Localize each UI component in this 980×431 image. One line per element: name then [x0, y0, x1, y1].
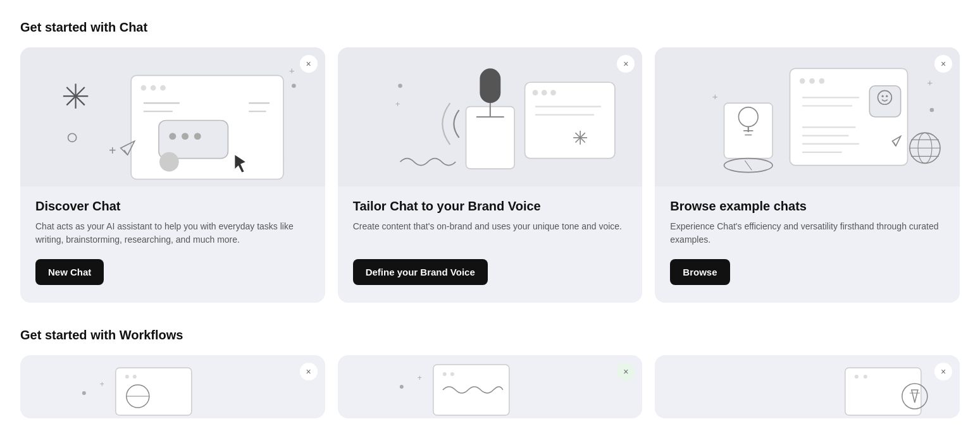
discover-chat-illustration: × + [20, 47, 325, 186]
svg-point-52 [809, 78, 815, 84]
svg-text:+: + [100, 380, 104, 389]
svg-point-84 [450, 372, 454, 376]
brand-voice-body: Tailor Chat to your Brand Voice Create c… [338, 186, 643, 303]
svg-point-51 [800, 78, 805, 84]
svg-text:+: + [712, 91, 718, 102]
svg-text:+: + [395, 99, 400, 109]
discover-chat-card: × + [20, 47, 325, 303]
svg-point-76 [125, 375, 129, 379]
browse-chats-card: × + + [655, 47, 960, 303]
svg-point-43 [930, 108, 934, 112]
svg-text:+: + [289, 65, 295, 76]
workflow-card-1: × + [20, 355, 325, 418]
svg-point-80 [399, 385, 403, 389]
svg-point-77 [133, 375, 137, 379]
workflows-section-title: Get started with Workflows [20, 328, 960, 343]
svg-point-35 [550, 90, 556, 95]
svg-rect-32 [524, 82, 614, 158]
discover-chat-desc: Chat acts as your AI assistant to help y… [35, 220, 310, 246]
svg-point-15 [194, 133, 201, 140]
browse-chats-close-button[interactable]: × [934, 55, 952, 73]
svg-point-13 [169, 133, 176, 140]
svg-point-57 [886, 95, 888, 97]
svg-text:+: + [109, 143, 116, 157]
svg-point-14 [182, 133, 189, 140]
svg-point-7 [140, 85, 146, 91]
workflows-cards-row: × + × + × [20, 355, 960, 418]
workflow-card-2: × + [338, 355, 643, 418]
brand-voice-heading: Tailor Chat to your Brand Voice [353, 199, 628, 214]
svg-point-73 [82, 391, 86, 395]
workflow-3-close-button[interactable]: × [934, 363, 952, 380]
svg-line-72 [745, 161, 752, 170]
discover-chat-heading: Discover Chat [35, 199, 310, 214]
brand-voice-illustration: × + + [338, 47, 643, 186]
svg-rect-29 [480, 68, 500, 103]
svg-point-4 [68, 133, 77, 142]
svg-point-16 [159, 152, 179, 172]
svg-point-34 [542, 90, 547, 95]
browse-chats-illustration: × + + [655, 47, 960, 186]
chat-cards-row: × + [20, 47, 960, 303]
svg-point-22 [292, 83, 296, 88]
svg-point-9 [160, 85, 166, 91]
browse-chats-desc: Experience Chat's efficiency and versati… [670, 220, 945, 246]
discover-chat-body: Discover Chat Chat acts as your AI assis… [20, 186, 325, 303]
define-brand-voice-button[interactable]: Define your Brand Voice [353, 259, 488, 285]
discover-chat-close-button[interactable]: × [300, 55, 318, 73]
browse-button[interactable]: Browse [670, 259, 729, 285]
svg-text:+: + [927, 77, 933, 88]
brand-voice-desc: Create content that's on-brand and uses … [353, 220, 628, 246]
workflow-card-3: × [655, 355, 960, 418]
browse-chats-body: Browse example chats Experience Chat's e… [655, 186, 960, 303]
svg-text:+: + [417, 373, 421, 382]
svg-point-53 [819, 78, 825, 84]
new-chat-button[interactable]: New Chat [35, 259, 104, 285]
svg-point-86 [855, 375, 859, 379]
svg-point-24 [398, 83, 402, 88]
svg-point-33 [532, 90, 538, 95]
browse-chats-heading: Browse example chats [670, 199, 945, 214]
chat-section-title: Get started with Chat [20, 20, 960, 35]
svg-point-56 [882, 95, 884, 97]
svg-point-83 [442, 372, 446, 376]
brand-voice-card: × + + [338, 47, 643, 303]
svg-point-8 [151, 85, 156, 91]
svg-point-87 [864, 375, 867, 379]
workflow-1-close-button[interactable]: × [300, 363, 318, 380]
